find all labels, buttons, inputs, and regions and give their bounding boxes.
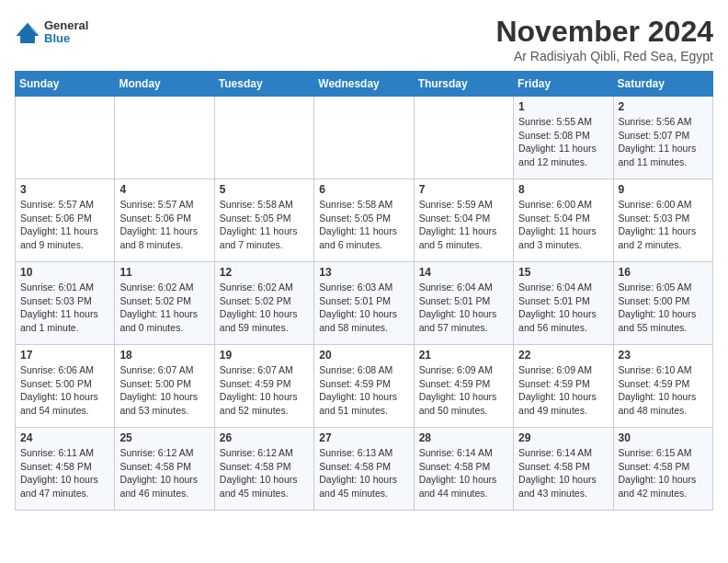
calendar-cell: 24Sunrise: 6:11 AM Sunset: 4:58 PM Dayli… (16, 428, 115, 511)
weekday-header-thursday: Thursday (414, 72, 513, 97)
day-info: Sunrise: 5:58 AM Sunset: 5:05 PM Dayligh… (220, 198, 309, 252)
day-number: 1 (518, 100, 608, 113)
day-info: Sunrise: 5:57 AM Sunset: 5:06 PM Dayligh… (119, 198, 209, 252)
location-subtitle: Ar Radisiyah Qibli, Red Sea, Egypt (495, 49, 713, 63)
day-number: 8 (518, 183, 608, 196)
day-number: 26 (220, 431, 309, 444)
day-info: Sunrise: 6:10 AM Sunset: 4:59 PM Dayligh… (619, 363, 708, 418)
day-info: Sunrise: 6:02 AM Sunset: 5:02 PM Dayligh… (220, 281, 309, 335)
calendar-cell: 2Sunrise: 5:56 AM Sunset: 5:07 PM Daylig… (613, 97, 712, 179)
calendar-cell: 19Sunrise: 6:07 AM Sunset: 4:59 PM Dayli… (214, 345, 313, 428)
day-info: Sunrise: 6:05 AM Sunset: 5:00 PM Dayligh… (619, 281, 708, 335)
title-section: November 2024 Ar Radisiyah Qibli, Red Se… (495, 15, 713, 63)
day-number: 4 (119, 183, 209, 196)
calendar-week-2: 3Sunrise: 5:57 AM Sunset: 5:06 PM Daylig… (16, 179, 713, 262)
calendar-cell: 15Sunrise: 6:04 AM Sunset: 5:01 PM Dayli… (514, 262, 613, 345)
weekday-header-friday: Friday (514, 72, 613, 97)
day-info: Sunrise: 6:02 AM Sunset: 5:02 PM Dayligh… (119, 281, 209, 335)
calendar-header: SundayMondayTuesdayWednesdayThursdayFrid… (16, 72, 713, 97)
calendar-cell: 7Sunrise: 5:59 AM Sunset: 5:04 PM Daylig… (414, 179, 513, 262)
day-number: 20 (319, 349, 408, 362)
day-info: Sunrise: 5:56 AM Sunset: 5:07 PM Dayligh… (619, 115, 708, 169)
day-info: Sunrise: 6:13 AM Sunset: 4:58 PM Dayligh… (319, 446, 408, 500)
calendar-table: SundayMondayTuesdayWednesdayThursdayFrid… (15, 71, 713, 511)
calendar-cell (16, 97, 115, 179)
day-number: 19 (220, 349, 309, 362)
day-info: Sunrise: 6:00 AM Sunset: 5:04 PM Dayligh… (518, 198, 608, 252)
day-number: 10 (20, 266, 109, 279)
calendar-week-4: 17Sunrise: 6:06 AM Sunset: 5:00 PM Dayli… (16, 345, 713, 428)
weekday-header-saturday: Saturday (613, 72, 712, 97)
day-info: Sunrise: 6:06 AM Sunset: 5:00 PM Dayligh… (20, 363, 109, 418)
day-number: 29 (518, 431, 608, 444)
calendar-cell: 22Sunrise: 6:09 AM Sunset: 4:59 PM Dayli… (514, 345, 613, 428)
calendar-week-3: 10Sunrise: 6:01 AM Sunset: 5:03 PM Dayli… (16, 262, 713, 345)
calendar-cell (115, 97, 214, 179)
calendar-cell (314, 97, 414, 179)
day-info: Sunrise: 5:58 AM Sunset: 5:05 PM Dayligh… (319, 198, 408, 252)
day-info: Sunrise: 6:12 AM Sunset: 4:58 PM Dayligh… (220, 446, 309, 500)
calendar-cell: 1Sunrise: 5:55 AM Sunset: 5:08 PM Daylig… (514, 97, 613, 179)
day-info: Sunrise: 5:55 AM Sunset: 5:08 PM Dayligh… (518, 115, 608, 169)
calendar-week-5: 24Sunrise: 6:11 AM Sunset: 4:58 PM Dayli… (16, 428, 713, 511)
day-number: 15 (518, 266, 608, 279)
day-info: Sunrise: 5:59 AM Sunset: 5:04 PM Dayligh… (419, 198, 508, 252)
calendar-cell: 12Sunrise: 6:02 AM Sunset: 5:02 PM Dayli… (214, 262, 313, 345)
calendar-cell: 8Sunrise: 6:00 AM Sunset: 5:04 PM Daylig… (514, 179, 613, 262)
day-info: Sunrise: 6:04 AM Sunset: 5:01 PM Dayligh… (518, 281, 608, 335)
calendar-cell: 26Sunrise: 6:12 AM Sunset: 4:58 PM Dayli… (214, 428, 313, 511)
logo-svg: General Blue (44, 15, 99, 48)
day-info: Sunrise: 6:14 AM Sunset: 4:58 PM Dayligh… (419, 446, 508, 500)
day-number: 12 (220, 266, 309, 279)
svg-text:Blue: Blue (44, 31, 70, 45)
day-info: Sunrise: 6:11 AM Sunset: 4:58 PM Dayligh… (20, 446, 109, 500)
calendar-cell: 23Sunrise: 6:10 AM Sunset: 4:59 PM Dayli… (613, 345, 712, 428)
day-number: 14 (419, 266, 508, 279)
day-number: 5 (220, 183, 309, 196)
page-header: General Blue November 2024 Ar Radisiyah … (15, 15, 713, 63)
weekday-header-row: SundayMondayTuesdayWednesdayThursdayFrid… (16, 72, 713, 97)
calendar-cell: 21Sunrise: 6:09 AM Sunset: 4:59 PM Dayli… (414, 345, 513, 428)
day-number: 28 (419, 431, 508, 444)
weekday-header-monday: Monday (115, 72, 214, 97)
weekday-header-wednesday: Wednesday (314, 72, 414, 97)
day-number: 17 (20, 349, 109, 362)
logo-icon (15, 20, 40, 46)
calendar-cell: 11Sunrise: 6:02 AM Sunset: 5:02 PM Dayli… (115, 262, 214, 345)
calendar-cell: 25Sunrise: 6:12 AM Sunset: 4:58 PM Dayli… (115, 428, 214, 511)
calendar-cell: 3Sunrise: 5:57 AM Sunset: 5:06 PM Daylig… (16, 179, 115, 262)
day-number: 16 (619, 266, 708, 279)
day-number: 25 (119, 431, 209, 444)
day-number: 22 (518, 349, 608, 362)
calendar-cell: 20Sunrise: 6:08 AM Sunset: 4:59 PM Dayli… (314, 345, 414, 428)
calendar-cell: 13Sunrise: 6:03 AM Sunset: 5:01 PM Dayli… (314, 262, 414, 345)
day-info: Sunrise: 6:14 AM Sunset: 4:58 PM Dayligh… (518, 446, 608, 500)
calendar-cell: 4Sunrise: 5:57 AM Sunset: 5:06 PM Daylig… (115, 179, 214, 262)
day-info: Sunrise: 6:07 AM Sunset: 5:00 PM Dayligh… (119, 363, 209, 418)
calendar-cell: 27Sunrise: 6:13 AM Sunset: 4:58 PM Dayli… (314, 428, 414, 511)
day-number: 30 (619, 431, 708, 444)
day-number: 3 (20, 183, 109, 196)
calendar-cell: 6Sunrise: 5:58 AM Sunset: 5:05 PM Daylig… (314, 179, 414, 262)
day-number: 23 (619, 349, 708, 362)
calendar-cell: 28Sunrise: 6:14 AM Sunset: 4:58 PM Dayli… (414, 428, 513, 511)
day-info: Sunrise: 6:07 AM Sunset: 4:59 PM Dayligh… (220, 363, 309, 418)
calendar-cell: 30Sunrise: 6:15 AM Sunset: 4:58 PM Dayli… (613, 428, 712, 511)
calendar-week-1: 1Sunrise: 5:55 AM Sunset: 5:08 PM Daylig… (16, 97, 713, 179)
day-info: Sunrise: 6:08 AM Sunset: 4:59 PM Dayligh… (319, 363, 408, 418)
calendar-cell: 14Sunrise: 6:04 AM Sunset: 5:01 PM Dayli… (414, 262, 513, 345)
day-number: 6 (319, 183, 408, 196)
calendar-cell (214, 97, 313, 179)
day-info: Sunrise: 5:57 AM Sunset: 5:06 PM Dayligh… (20, 198, 109, 252)
calendar-body: 1Sunrise: 5:55 AM Sunset: 5:08 PM Daylig… (16, 97, 713, 511)
day-number: 11 (119, 266, 209, 279)
day-number: 21 (419, 349, 508, 362)
calendar-cell: 9Sunrise: 6:00 AM Sunset: 5:03 PM Daylig… (613, 179, 712, 262)
day-number: 18 (119, 349, 209, 362)
calendar-cell: 17Sunrise: 6:06 AM Sunset: 5:00 PM Dayli… (16, 345, 115, 428)
logo-text: General Blue (44, 15, 99, 52)
calendar-cell: 16Sunrise: 6:05 AM Sunset: 5:00 PM Dayli… (613, 262, 712, 345)
calendar-cell (414, 97, 513, 179)
day-info: Sunrise: 6:04 AM Sunset: 5:01 PM Dayligh… (419, 281, 508, 335)
calendar-cell: 29Sunrise: 6:14 AM Sunset: 4:58 PM Dayli… (514, 428, 613, 511)
